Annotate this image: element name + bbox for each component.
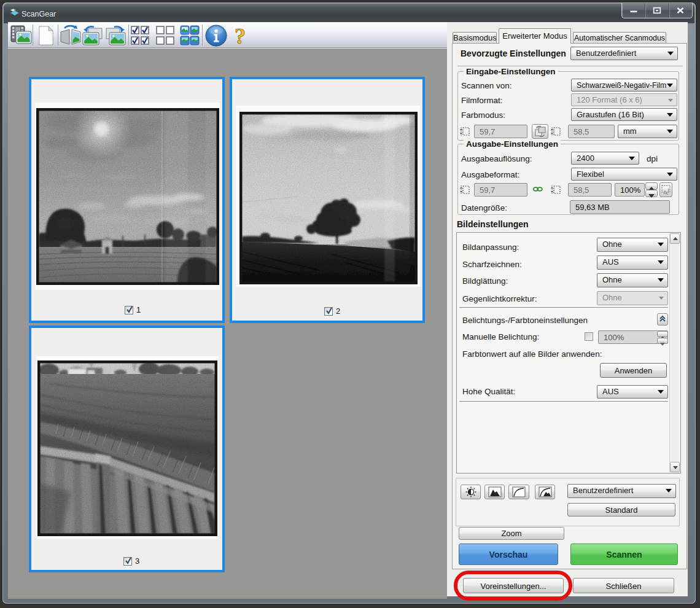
svg-text:?: ? (235, 25, 246, 47)
